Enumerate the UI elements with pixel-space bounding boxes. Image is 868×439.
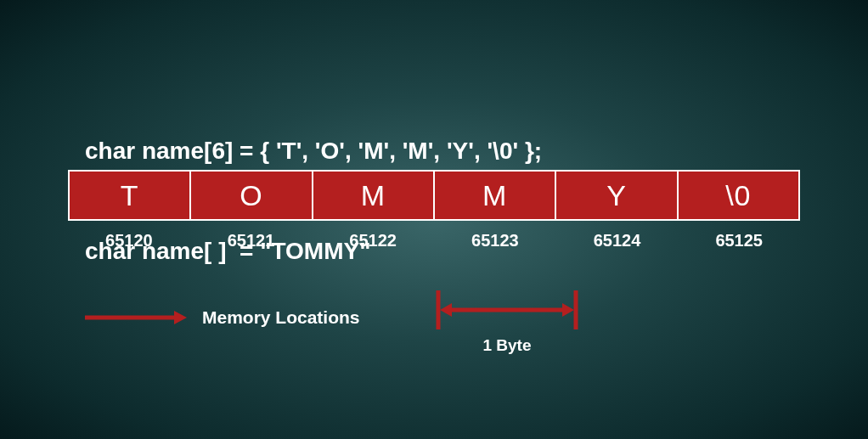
memory-cell: M (434, 171, 555, 220)
memory-address: 65125 (678, 231, 800, 250)
memory-address: 65120 (68, 231, 190, 250)
memory-cell: Y (555, 171, 677, 220)
arrow-right-icon (85, 309, 187, 326)
table-row: T O M M Y \0 (69, 171, 799, 220)
memory-cell: \0 (678, 171, 799, 220)
byte-span-label: 1 Byte (435, 336, 579, 355)
memory-cell: O (190, 171, 312, 220)
memory-cell: T (69, 171, 190, 220)
memory-address: 65122 (312, 231, 434, 250)
memory-address: 65123 (434, 231, 556, 250)
code-line-1: char name[6] = { 'T', 'O', 'M', 'M', 'Y'… (85, 134, 542, 167)
memory-address: 65124 (556, 231, 679, 250)
memory-table-wrap: T O M M Y \0 65120 65121 65122 65123 651… (68, 170, 800, 250)
svg-marker-5 (440, 303, 452, 317)
memory-address: 65121 (190, 231, 313, 250)
span-arrow-icon (435, 289, 579, 331)
legend: Memory Locations (85, 307, 360, 328)
address-row: 65120 65121 65122 65123 65124 65125 (68, 231, 800, 250)
svg-marker-1 (174, 311, 187, 324)
memory-table: T O M M Y \0 (68, 170, 800, 221)
legend-label: Memory Locations (202, 307, 360, 328)
byte-span-indicator: 1 Byte (435, 289, 579, 355)
svg-marker-6 (562, 303, 574, 317)
memory-cell: M (313, 171, 434, 220)
